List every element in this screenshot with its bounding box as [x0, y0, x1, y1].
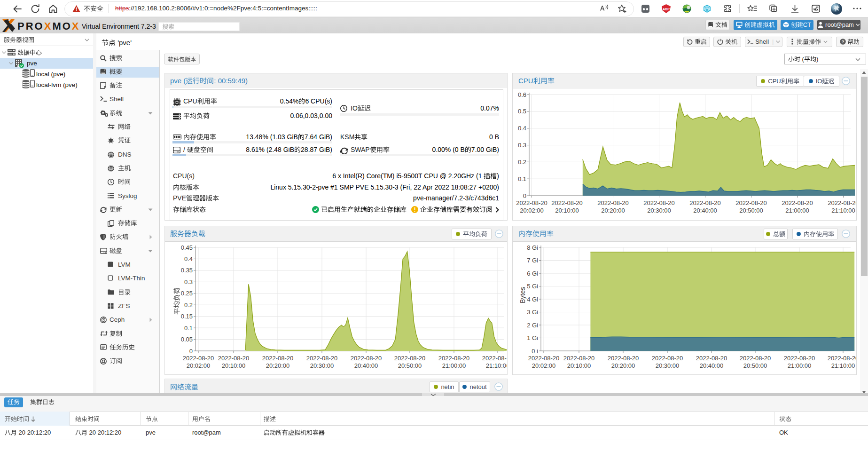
svg-text:ABP: ABP	[663, 8, 670, 11]
svg-text:2022-08-20: 2022-08-20	[183, 355, 214, 362]
svg-text:21:00:00: 21:00:00	[788, 362, 812, 369]
svg-text:0.1: 0.1	[184, 325, 193, 332]
svg-text:5 Gi: 5 Gi	[527, 283, 538, 290]
svg-text:20:30:00: 20:30:00	[310, 362, 334, 369]
svg-text:2022-08-20: 2022-08-20	[218, 355, 250, 362]
svg-text:20:20:00: 20:20:00	[266, 362, 290, 369]
svg-text:21:10:00: 21:10:00	[486, 362, 507, 369]
svg-text:20:40:00: 20:40:00	[693, 207, 717, 214]
svg-text:0.2: 0.2	[518, 159, 526, 166]
svg-text:0.05: 0.05	[181, 336, 193, 343]
svg-text:2022-08-20: 2022-08-20	[740, 355, 771, 362]
svg-text:2022-08-20: 2022-08-20	[262, 355, 294, 362]
svg-text:20:40:00: 20:40:00	[700, 362, 724, 369]
svg-text:2022-08-20: 2022-08-20	[438, 355, 470, 362]
svg-text:2022-08-20: 2022-08-20	[597, 199, 629, 206]
svg-text:2022-08-20: 2022-08-20	[643, 199, 675, 206]
svg-text:21:00:00: 21:00:00	[785, 207, 809, 214]
svg-text:8 Gi: 8 Gi	[527, 244, 538, 251]
svg-text:0: 0	[189, 348, 193, 355]
svg-text:0.4: 0.4	[184, 255, 193, 262]
svg-text:0.45: 0.45	[181, 244, 193, 251]
svg-text:2022-08-20: 2022-08-20	[782, 199, 813, 206]
svg-text:4 Gi: 4 Gi	[527, 296, 538, 303]
svg-text:7 Gi: 7 Gi	[527, 257, 538, 264]
svg-text:2022-08-20: 2022-08-20	[696, 355, 727, 362]
svg-text:20:50:00: 20:50:00	[743, 362, 767, 369]
svg-text:20:02:00: 20:02:00	[187, 362, 211, 369]
svg-text:2022-08-20: 2022-08-20	[735, 199, 767, 206]
svg-text:2022-08-20: 2022-08-20	[689, 199, 721, 206]
svg-text:21:10:00: 21:10:00	[831, 207, 855, 214]
svg-text:20:10:00: 20:10:00	[222, 362, 246, 369]
svg-text:2022-08-20: 2022-08-20	[394, 355, 426, 362]
svg-text:20:10:00: 20:10:00	[567, 362, 591, 369]
svg-text:0.5: 0.5	[518, 108, 526, 115]
svg-text:0.35: 0.35	[181, 267, 193, 274]
svg-text:2022-08-20: 2022-08-20	[351, 355, 382, 362]
svg-text:2022-08-20: 2022-08-20	[306, 355, 338, 362]
svg-text:2022-08-20: 2022-08-20	[608, 355, 639, 362]
svg-text:0: 0	[523, 192, 526, 199]
svg-text:2022-08-20: 2022-08-20	[828, 199, 856, 206]
svg-text:20:10:00: 20:10:00	[555, 207, 579, 214]
svg-text:20:30:00: 20:30:00	[647, 207, 671, 214]
svg-text:20:50:00: 20:50:00	[398, 362, 422, 369]
svg-text:20:20:00: 20:20:00	[601, 207, 625, 214]
svg-text:20:02:00: 20:02:00	[520, 207, 544, 214]
svg-text:0.6: 0.6	[518, 91, 526, 98]
svg-text:2022-08-20: 2022-08-20	[516, 199, 547, 206]
svg-text:2022-08-20: 2022-08-20	[563, 355, 595, 362]
svg-text:20:50:00: 20:50:00	[739, 207, 763, 214]
svg-text:0.3: 0.3	[518, 142, 526, 149]
svg-text:0.15: 0.15	[181, 313, 193, 320]
svg-text:6 Gi: 6 Gi	[527, 270, 538, 277]
svg-text:2022-08-20: 2022-08-20	[828, 355, 856, 362]
svg-text:2022-08-20: 2022-08-20	[652, 355, 683, 362]
svg-text:20:40:00: 20:40:00	[354, 362, 378, 369]
svg-text:20:02:00: 20:02:00	[532, 362, 556, 369]
svg-text:?: ?	[841, 40, 844, 44]
svg-text:1 Gi: 1 Gi	[527, 334, 538, 341]
svg-text:0.1: 0.1	[518, 175, 526, 182]
svg-text:2022-08-20: 2022-08-20	[551, 199, 583, 206]
svg-text:2022-08-20: 2022-08-20	[482, 355, 507, 362]
svg-text:20:20:00: 20:20:00	[611, 362, 635, 369]
svg-text:3 Gi: 3 Gi	[527, 309, 538, 316]
svg-text:0 i: 0 i	[532, 348, 538, 355]
svg-text:0.2: 0.2	[184, 301, 193, 309]
svg-text:2022-08-20: 2022-08-20	[528, 355, 560, 362]
svg-text:0.25: 0.25	[181, 290, 193, 297]
svg-text:20:30:00: 20:30:00	[656, 362, 680, 369]
svg-text:21:10:00: 21:10:00	[831, 362, 855, 369]
svg-text:0.4: 0.4	[518, 125, 526, 132]
svg-text:21:00:00: 21:00:00	[442, 362, 466, 369]
svg-text:0.3: 0.3	[184, 278, 193, 285]
svg-text:2022-08-20: 2022-08-20	[784, 355, 815, 362]
svg-text:2 Gi: 2 Gi	[527, 322, 538, 329]
